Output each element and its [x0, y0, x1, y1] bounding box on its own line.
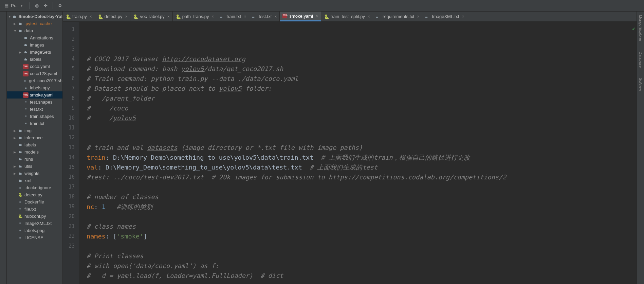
database-tab[interactable]: Database	[639, 52, 643, 68]
tree-item-labels-png[interactable]: ≡labels.png	[7, 227, 62, 234]
tree-item-ImageSets[interactable]: ▶🖿ImageSets	[7, 49, 62, 56]
code-line[interactable]: val: D:\Memory_Demo\something_to_use\yol…	[87, 162, 637, 172]
tree-item-ImageXML-txt[interactable]: ≡ImageXML.txt	[7, 220, 62, 227]
project-selector[interactable]: ▤ Pr... ▼	[1, 2, 25, 10]
code-line[interactable]: # /yolov5	[87, 113, 637, 123]
tree-item-models[interactable]: ▶🖿models	[7, 148, 62, 156]
tab-train-py[interactable]: 🐍train.py×	[63, 12, 95, 21]
tree-item-inference[interactable]: ▶🖿inference	[7, 134, 62, 141]
mongo-explorer-tab[interactable]: Mongo Explorer	[639, 15, 643, 41]
tab-test-txt[interactable]: ≡test.txt×	[249, 12, 280, 21]
tree-item-coco-yaml[interactable]: YMLcoco.yaml	[7, 63, 62, 70]
tab-ImageXML-txt[interactable]: ≡ImageXML.txt×	[422, 12, 467, 21]
tree-arrow-icon[interactable]: ▼	[8, 15, 12, 18]
tree-item-LICENSE[interactable]: ≡LICENSE	[7, 234, 62, 241]
target-icon[interactable]: ◎	[34, 3, 40, 9]
tree-arrow-icon[interactable]: ▶	[14, 172, 18, 175]
tree-item-smoke-yaml[interactable]: YMLsmoke.yaml	[7, 91, 62, 99]
code-line[interactable]: # with open('data/coco.yaml') as f:	[87, 261, 637, 271]
code-line[interactable]: # class names	[87, 221, 637, 231]
tree-arrow-icon[interactable]: ▶	[14, 150, 18, 154]
close-icon[interactable]: ×	[274, 14, 277, 19]
close-icon[interactable]: ×	[167, 14, 170, 19]
project-tree[interactable]: ▼🖿Smoke-Detect-by-Yol▶🖿.pytest_cache▼🖿da…	[7, 12, 63, 284]
code-line[interactable]: names: ['smoke']	[87, 231, 637, 241]
tree-item-img[interactable]: ▶🖿img	[7, 127, 62, 134]
tree-arrow-icon[interactable]: ▶	[14, 129, 18, 132]
tab-train_test_split-py[interactable]: 🐍train_test_split.py×	[321, 12, 373, 21]
tab-train-txt[interactable]: ≡train.txt×	[217, 12, 250, 21]
code-line[interactable]	[87, 182, 637, 192]
code-line[interactable]: # COCO 2017 dataset http://cocodataset.o…	[87, 54, 637, 64]
sciview-tab[interactable]: SciView	[639, 78, 643, 91]
folder-icon: 🖿	[18, 21, 23, 26]
tree-item-train-txt[interactable]: ≡train.txt	[7, 120, 62, 127]
tree-item-Annotations[interactable]: 🖿Annotations	[7, 34, 62, 41]
tab-voc_label-py[interactable]: 🐍voc_label.py×	[130, 12, 172, 21]
tree-item--pytest_cache[interactable]: ▶🖿.pytest_cache	[7, 20, 62, 27]
expand-icon[interactable]: ✢	[42, 3, 49, 9]
tab-requirements-txt[interactable]: ≡requirements.txt×	[373, 12, 422, 21]
tree-item-hubconf-py[interactable]: 🐍hubconf.py	[7, 213, 62, 220]
code-line[interactable]	[87, 123, 637, 133]
collapse-icon[interactable]: —	[66, 3, 72, 9]
code-line[interactable]: nc: 1 #训练的类别	[87, 202, 637, 212]
code-line[interactable]	[87, 133, 637, 143]
tree-item-Smoke-Detect-by-Yol[interactable]: ▼🖿Smoke-Detect-by-Yol	[7, 13, 62, 20]
tree-item-test-shapes[interactable]: ≡test.shapes	[7, 99, 62, 106]
code-line[interactable]: # /coco	[87, 103, 637, 113]
tree-item-detect-py[interactable]: 🐍detect.py	[7, 191, 62, 198]
tree-item-coco128-yaml[interactable]: YMLcoco128.yaml	[7, 70, 62, 77]
code-line[interactable]: # number of classes	[87, 192, 637, 202]
folder-icon: 🖿	[12, 14, 17, 19]
tree-item-utils[interactable]: ▶🖿utils	[7, 163, 62, 170]
close-icon[interactable]: ×	[462, 14, 464, 19]
tree-item-data[interactable]: ▼🖿data	[7, 27, 62, 34]
code-line[interactable]: # train and val datasets (image director…	[87, 143, 637, 153]
code-line[interactable]: #test: ../coco/test-dev2017.txt # 20k im…	[87, 172, 637, 182]
code-line[interactable]: # Download command: bash yolov5/data/get…	[87, 64, 637, 74]
code-line[interactable]: # /parent_folder	[87, 93, 637, 103]
line-number: 2	[63, 34, 79, 44]
tree-item-xml[interactable]: 🖿xml	[7, 177, 62, 184]
close-icon[interactable]: ×	[368, 14, 370, 19]
tree-item-Dockerfile[interactable]: ≡Dockerfile	[7, 198, 62, 206]
tree-arrow-icon[interactable]: ▶	[19, 51, 23, 54]
tree-item-runs[interactable]: 🖿runs	[7, 156, 62, 163]
close-icon[interactable]: ×	[212, 14, 214, 19]
code-line[interactable]: # Print classes	[87, 251, 637, 261]
code-line[interactable]	[87, 212, 637, 221]
tree-arrow-icon[interactable]: ▶	[14, 22, 18, 25]
txt-icon: ≡	[18, 235, 23, 241]
close-icon[interactable]: ×	[90, 14, 92, 19]
code-editor[interactable]: ✔ # COCO 2017 dataset http://cocodataset…	[80, 22, 637, 284]
code-line[interactable]: # d = yaml.load(f, Loader=yaml.FullLoade…	[87, 271, 637, 281]
tree-item-get_coco2017-sh[interactable]: ≡get_coco2017.sh	[7, 77, 62, 84]
gear-icon[interactable]: ⚙	[57, 3, 63, 9]
code-line[interactable]: # Dataset should be placed next to yolov…	[87, 84, 637, 93]
close-icon[interactable]: ×	[244, 14, 246, 19]
tree-item-train-shapes[interactable]: ≡train.shapes	[7, 113, 62, 120]
tree-item-labels[interactable]: 🖿labels	[7, 56, 62, 63]
tree-item-label: models	[24, 149, 39, 155]
tree-arrow-icon[interactable]: ▶	[14, 165, 18, 168]
code-line[interactable]: train: D:\Memory_Demo\something_to_use\y…	[87, 153, 637, 162]
tab-detect-py[interactable]: 🐍detect.py×	[95, 12, 131, 21]
tab-path_trans-py[interactable]: 🐍path_trans.py×	[173, 12, 217, 21]
tree-item-labels[interactable]: 🖿labels	[7, 141, 62, 148]
tree-item-labels-npy[interactable]: ≡labels.npy	[7, 84, 62, 91]
tree-item-file-txt[interactable]: ≡file.txt	[7, 206, 62, 213]
tree-item-weights[interactable]: ▶🖿weights	[7, 170, 62, 177]
tree-arrow-icon[interactable]: ▼	[14, 29, 18, 33]
close-icon[interactable]: ×	[316, 14, 318, 18]
tree-item-images[interactable]: 🖿images	[7, 41, 62, 49]
line-number: 16	[63, 172, 79, 182]
tab-smoke-yaml[interactable]: YMLsmoke.yaml×	[280, 12, 321, 21]
code-line[interactable]	[87, 241, 637, 251]
tree-item-test-txt[interactable]: ≡test.txt	[7, 106, 62, 113]
close-icon[interactable]: ×	[125, 14, 127, 19]
tree-arrow-icon[interactable]: ▶	[14, 136, 18, 140]
close-icon[interactable]: ×	[417, 14, 419, 19]
tree-item--dockerignore[interactable]: ≡.dockerignore	[7, 184, 62, 191]
code-line[interactable]: # Train command: python train.py --data …	[87, 74, 637, 84]
